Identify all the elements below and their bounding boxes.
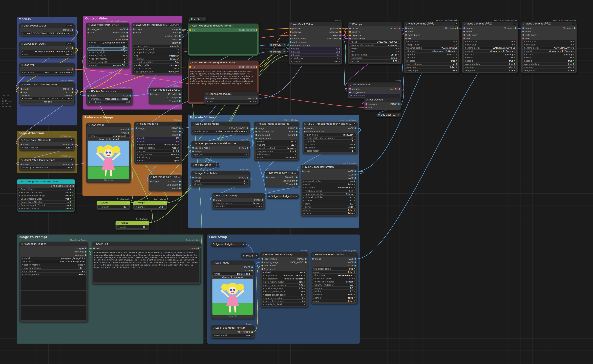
increment-arrow-icon[interactable]: ▶ bbox=[178, 48, 180, 50]
node-loadimg1[interactable]: Load ImageIMAGEMASK◀imageexample.png▶cho… bbox=[86, 123, 130, 183]
input-slot[interactable] bbox=[365, 103, 367, 105]
output-slot[interactable] bbox=[197, 247, 199, 249]
node-fastgroups[interactable]: Fast Groups Bypasser (rgthree)OPT_CONNEC… bbox=[17, 179, 75, 211]
decrement-arrow-icon[interactable]: ◀ bbox=[137, 153, 138, 155]
node-getsize1[interactable]: KJNodesGet Image Size & Countimage432 wi… bbox=[149, 88, 182, 104]
decrement-arrow-icon[interactable]: ◀ bbox=[263, 287, 264, 289]
save-output-widget[interactable]: save_outputtrue bbox=[464, 69, 516, 72]
increment-arrow-icon[interactable]: ▶ bbox=[573, 44, 574, 46]
vae-name-widget[interactable]: ◀vae_namewan_2.1_vae.safetensors▶ bbox=[21, 71, 73, 74]
output-slot[interactable] bbox=[399, 88, 400, 90]
increment-arrow-icon[interactable]: ▶ bbox=[339, 61, 340, 62]
increment-arrow-icon[interactable]: ▶ bbox=[304, 281, 305, 283]
face-restore-visibility-widget[interactable]: ◀face_restore_visibility1.00▶ bbox=[262, 284, 307, 286]
toggle-indicator-icon[interactable] bbox=[354, 268, 355, 269]
output-slot[interactable] bbox=[179, 28, 181, 30]
output-slot[interactable] bbox=[339, 38, 341, 39]
decrement-arrow-icon[interactable]: ◀ bbox=[263, 297, 264, 299]
collapse-dot-icon[interactable] bbox=[21, 139, 23, 141]
output-slot[interactable] bbox=[128, 128, 129, 130]
output-slot[interactable] bbox=[247, 127, 249, 129]
filename-prefix-widget[interactable]: filename_prefixWANvace/fs/wwvc_fs bbox=[522, 46, 575, 49]
select-every-nth-widget[interactable]: ◀select_every_nth1▶ bbox=[88, 60, 128, 63]
node-imgpill1[interactable]: IMAGE◆ bbox=[269, 43, 287, 47]
decrement-arrow-icon[interactable]: ◀ bbox=[22, 257, 23, 259]
channel-multiplier-widget[interactable]: ◀channel_multiplier2.0▶ bbox=[312, 284, 356, 286]
toggle-indicator-icon[interactable] bbox=[70, 192, 71, 193]
pad-color-widget[interactable]: pad_color0, 0, 0 bbox=[135, 150, 181, 152]
collapse-dot-icon[interactable] bbox=[214, 195, 215, 196]
clear-cache-after-n-frames-widget[interactable]: ◀clear_cache_after_n_frames10▶ bbox=[304, 136, 356, 139]
decrement-arrow-icon[interactable]: ◀ bbox=[19, 188, 20, 190]
toggle-indicator-icon[interactable] bbox=[70, 204, 71, 206]
input-slot[interactable] bbox=[463, 31, 465, 32]
node-gpeno1[interactable]: comfyui-gpenoGPENO Face Restorationimage… bbox=[301, 165, 357, 216]
decrement-arrow-icon[interactable]: ◀ bbox=[406, 50, 408, 52]
decrement-arrow-icon[interactable]: ◀ bbox=[303, 200, 304, 201]
divisible-by-widget[interactable]: ◀divisible_by16▶ bbox=[135, 156, 181, 159]
aligned-widget[interactable]: alignedfalse bbox=[312, 296, 356, 299]
value-widget[interactable]: ◀GGUF\umt5-xxl-encoder-Q6_K.gguf▶ bbox=[21, 50, 73, 53]
output-slot[interactable] bbox=[515, 27, 517, 29]
output-slot[interactable] bbox=[251, 270, 253, 271]
toggle-indicator-icon[interactable] bbox=[70, 201, 71, 203]
fast-mode-widget[interactable]: fast_modetrue bbox=[304, 143, 356, 146]
increment-arrow-icon[interactable]: ▶ bbox=[354, 193, 355, 195]
decrement-arrow-icon[interactable]: ◀ bbox=[22, 267, 23, 269]
increment-arrow-icon[interactable]: ▶ bbox=[71, 32, 72, 34]
loop-count-widget[interactable]: ◀loop_count0▶ bbox=[464, 43, 516, 46]
save-output-widget[interactable]: save_outputtrue bbox=[405, 69, 458, 72]
loop-count-widget[interactable]: ◀loop_count0▶ bbox=[522, 43, 575, 46]
increment-arrow-icon[interactable]: ▶ bbox=[456, 57, 457, 58]
input-slot[interactable] bbox=[133, 32, 135, 33]
format-widget[interactable]: ◀formatvideo/nvenc_h264-mp4▶ bbox=[522, 50, 575, 52]
toggle-indicator-icon[interactable] bbox=[354, 300, 355, 302]
node-unet[interactable]: Unet Loader (GGUF)GGUFMODEL◀wan2.1\GGUF\… bbox=[19, 24, 74, 36]
output-slot[interactable] bbox=[179, 131, 181, 132]
bitrate-widget[interactable]: ◀bitrate10▶ bbox=[405, 56, 458, 59]
collapse-dot-icon[interactable] bbox=[117, 222, 119, 224]
device-widget[interactable]: ◀devicecpu▶ bbox=[135, 159, 181, 162]
increment-arrow-icon[interactable]: ▶ bbox=[354, 187, 355, 188]
increment-arrow-icon[interactable]: ▶ bbox=[246, 183, 247, 185]
strength-widget[interactable]: ◀strength1.00▶ bbox=[290, 60, 341, 63]
toggle-indicator-icon[interactable] bbox=[304, 272, 305, 273]
decrement-arrow-icon[interactable]: ◀ bbox=[214, 334, 215, 336]
decrement-arrow-icon[interactable]: ◀ bbox=[524, 44, 525, 46]
output-slot[interactable] bbox=[85, 247, 87, 249]
input-slot[interactable] bbox=[522, 27, 524, 29]
decrement-arrow-icon[interactable]: ◀ bbox=[19, 201, 20, 203]
collapse-dot-icon[interactable] bbox=[18, 181, 20, 182]
downscale-method-widget[interactable]: ◀downscale_methodBilinear▶ bbox=[302, 193, 356, 195]
divisible-by-widget[interactable]: ◀divisible_by2▶ bbox=[256, 153, 297, 156]
increment-arrow-icon[interactable]: ▶ bbox=[304, 291, 305, 292]
scale-by-widget[interactable]: ◀scale_by1.50▶ bbox=[213, 205, 263, 208]
model-widget[interactable]: ◀modelpromptgen_large_v2.0▶ bbox=[21, 257, 87, 260]
increment-arrow-icon[interactable]: ▶ bbox=[304, 278, 305, 280]
enable-reference-image-widget[interactable]: ◀Enable Reference Imageyes▶ bbox=[18, 194, 74, 197]
toggle-indicator-icon[interactable] bbox=[514, 63, 515, 65]
prompt-textarea[interactable]: A photo-realistic shoot from a front cam… bbox=[93, 250, 199, 282]
output-slot[interactable] bbox=[71, 88, 73, 90]
input-slot[interactable] bbox=[290, 34, 291, 36]
decrement-arrow-icon[interactable]: ◀ bbox=[263, 294, 264, 295]
decrement-arrow-icon[interactable]: ◀ bbox=[406, 57, 408, 58]
toggle-indicator-icon[interactable] bbox=[70, 208, 71, 209]
output-slot[interactable] bbox=[247, 177, 249, 179]
input-slot[interactable] bbox=[255, 127, 257, 129]
increment-arrow-icon[interactable]: ▶ bbox=[178, 144, 180, 145]
increment-arrow-icon[interactable]: ▶ bbox=[514, 41, 515, 42]
decrement-arrow-icon[interactable]: ◀ bbox=[137, 144, 138, 145]
input-slot[interactable] bbox=[213, 199, 215, 201]
image-widget[interactable]: ◀imageexample.png▶ bbox=[88, 134, 129, 137]
collapse-dot-icon[interactable] bbox=[88, 24, 89, 26]
input-faces-index-widget[interactable]: ◀input_faces_index0▶ bbox=[262, 296, 307, 299]
input-slot[interactable] bbox=[349, 27, 351, 29]
increment-arrow-icon[interactable]: ▶ bbox=[354, 150, 355, 152]
format-widget[interactable]: ◀formatvideo/nvenc_h264-mp4▶ bbox=[405, 50, 458, 52]
increment-arrow-icon[interactable]: ▶ bbox=[178, 45, 180, 47]
decrement-arrow-icon[interactable]: ◀ bbox=[406, 41, 408, 42]
collapse-dot-icon[interactable] bbox=[133, 24, 135, 26]
collapse-dot-icon[interactable] bbox=[94, 243, 95, 245]
node-resize2[interactable]: KJNodesResize Image v2?imageIMAGEwidthhe… bbox=[134, 122, 182, 164]
